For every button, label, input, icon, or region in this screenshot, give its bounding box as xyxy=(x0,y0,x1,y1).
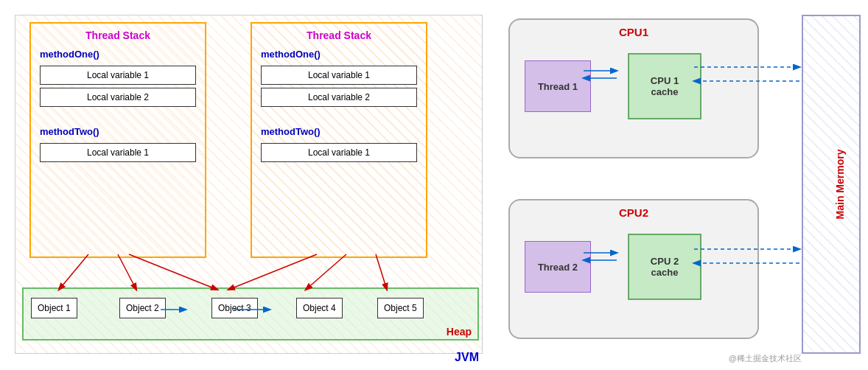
main-memory-box: Main Mermory xyxy=(802,15,861,354)
cpu2-cache-box: CPU 2cache xyxy=(628,234,701,300)
cpu2-cache-label: CPU 2cache xyxy=(651,256,679,278)
stack1-method1-label: methodOne() xyxy=(31,44,205,63)
cpu1-thread-label: Thread 1 xyxy=(538,81,578,92)
stack2-method2-label: methodTwo() xyxy=(252,122,426,140)
cpu2-title: CPU2 xyxy=(619,206,648,219)
stack1-var3: Local variable 1 xyxy=(40,143,196,162)
heap-area: Object 1 Object 2 Object 3 Object 4 Obje… xyxy=(22,287,479,341)
stack2-var2: Local variable 2 xyxy=(261,88,417,107)
stack1-var1: Local variable 1 xyxy=(40,66,196,85)
cpu1-group: CPU1 Thread 1 CPU 1cache xyxy=(508,18,759,158)
stack1-var2: Local variable 2 xyxy=(40,88,196,107)
thread-stack-2-title: Thread Stack xyxy=(252,24,426,44)
cpu1-cache-label: CPU 1cache xyxy=(651,75,679,97)
main-memory-label: Main Mermory xyxy=(834,150,846,220)
cpu1-title: CPU1 xyxy=(619,26,648,38)
thread-stack-2: Thread Stack methodOne() Local variable … xyxy=(251,22,427,258)
heap-obj2: Object 2 xyxy=(119,298,166,318)
stack1-method2-label: methodTwo() xyxy=(31,122,205,140)
cpu2-group: CPU2 Thread 2 CPU 2cache xyxy=(508,199,759,339)
heap-label: Heap xyxy=(447,326,472,338)
stack2-var3: Local variable 1 xyxy=(261,143,417,162)
stack2-var1: Local variable 1 xyxy=(261,66,417,85)
thread-stack-1: Thread Stack methodOne() Local variable … xyxy=(29,22,206,258)
thread-stack-1-title: Thread Stack xyxy=(31,24,205,44)
jvm-label: JVM xyxy=(455,351,479,364)
watermark: @稀土掘金技术社区 xyxy=(729,353,802,364)
heap-obj4: Object 4 xyxy=(296,298,343,318)
cpu-area: Main Mermory CPU1 Thread 1 CPU 1cache CP… xyxy=(501,0,868,370)
cpu1-thread-box: Thread 1 xyxy=(525,60,591,112)
heap-obj5: Object 5 xyxy=(377,298,424,318)
heap-obj1: Object 1 xyxy=(31,298,77,318)
jvm-area: Thread Stack methodOne() Local variable … xyxy=(0,0,501,370)
cpu2-thread-label: Thread 2 xyxy=(538,262,578,273)
stack2-method1-label: methodOne() xyxy=(252,44,426,63)
cpu1-cache-box: CPU 1cache xyxy=(628,53,701,119)
cpu2-thread-box: Thread 2 xyxy=(525,241,591,293)
heap-obj3: Object 3 xyxy=(211,298,258,318)
